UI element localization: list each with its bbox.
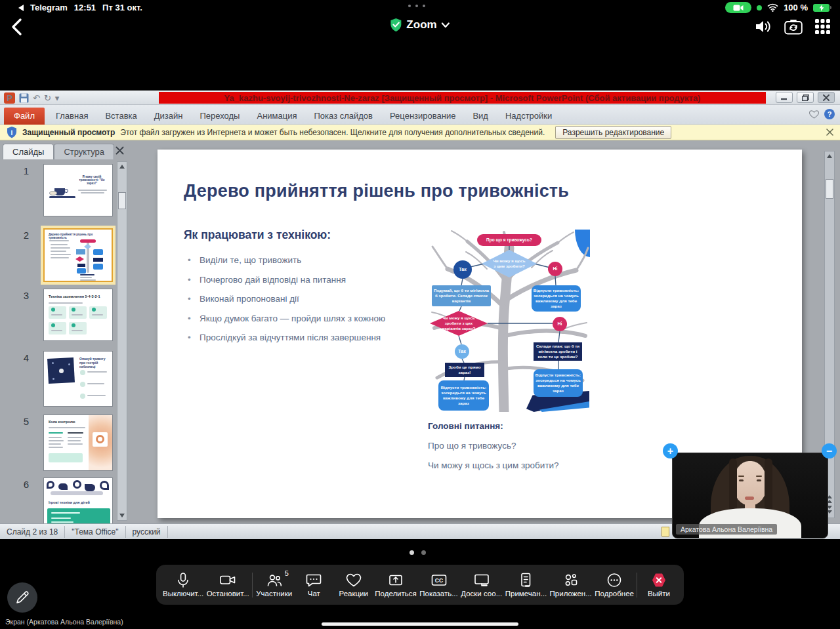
participant-video-tile[interactable]: Аркатова Альона Валеріївна bbox=[672, 453, 828, 538]
scroll-down-icon[interactable] bbox=[119, 514, 125, 517]
save-icon[interactable] bbox=[19, 93, 29, 103]
qat-dropdown-icon[interactable]: ▾ bbox=[55, 92, 60, 104]
reactions-button[interactable]: Реакции bbox=[335, 572, 372, 598]
bullet-item: Виділи те, що тривожить bbox=[185, 251, 421, 270]
ribbon-tab-addins[interactable]: Надстройки bbox=[497, 108, 560, 125]
undo-icon[interactable]: ↶ bbox=[33, 92, 40, 104]
maximize-button[interactable] bbox=[797, 92, 814, 103]
apps-button[interactable]: Приложен... bbox=[550, 572, 592, 598]
back-button[interactable] bbox=[8, 17, 29, 38]
scroll-up-icon[interactable] bbox=[827, 154, 832, 158]
apps-grid-icon[interactable] bbox=[814, 18, 831, 35]
favorites-heart-icon[interactable] bbox=[809, 110, 819, 119]
participants-button[interactable]: 5 Участники bbox=[256, 572, 293, 598]
share-button[interactable]: Поделиться bbox=[375, 572, 417, 598]
slide-thumbnail-2-selected[interactable]: Дерево прийняття рішень про тривожність bbox=[43, 228, 113, 282]
notes-button[interactable]: Примечан... bbox=[505, 572, 547, 598]
slide-thumbnail-6[interactable]: Ігрові техніки для дітей bbox=[43, 477, 113, 523]
portrait-lips bbox=[745, 497, 754, 500]
toolbar-label: Доски соо... bbox=[461, 590, 502, 598]
annotate-button[interactable] bbox=[7, 582, 37, 613]
switch-camera-icon[interactable] bbox=[784, 19, 803, 35]
page-indicator bbox=[410, 550, 426, 555]
mute-button[interactable]: Выключит... bbox=[163, 572, 203, 598]
ribbon-tab-review[interactable]: Рецензирование bbox=[381, 108, 464, 125]
slide-number: 5 bbox=[14, 416, 29, 427]
toolbar-label: Чат bbox=[308, 590, 320, 598]
participant-name-label: Аркатова Альона Валеріївна bbox=[676, 524, 777, 535]
ribbon-tab-slideshow[interactable]: Показ слайдов bbox=[306, 108, 382, 125]
slide-thumbnail-4[interactable]: Опануй тривогу при гострій небезпеці bbox=[43, 351, 113, 407]
captions-button[interactable]: CC Показать... bbox=[419, 572, 457, 598]
tab-slides[interactable]: Слайды bbox=[3, 144, 54, 159]
notes-icon bbox=[517, 572, 534, 588]
camera-active-pill[interactable] bbox=[725, 2, 751, 13]
scroll-up-icon[interactable] bbox=[119, 165, 125, 169]
zoom-toolbar: Выключит... Остановит... 5 Участники Чат… bbox=[156, 565, 684, 605]
whiteboards-button[interactable]: Доски соо... bbox=[461, 572, 502, 598]
quick-access-toolbar: P ↶ ↻ ▾ bbox=[4, 92, 59, 104]
wifi-icon bbox=[767, 3, 778, 12]
tree-yes-2: Так bbox=[455, 344, 469, 359]
slide-counter: Слайд 2 из 18 bbox=[0, 526, 65, 538]
bullet-item: Прослідкуй за відчуттями після завершенн… bbox=[185, 328, 421, 348]
toolbar-divider bbox=[637, 573, 637, 598]
close-panel-icon[interactable] bbox=[116, 146, 124, 157]
back-to-app-label[interactable]: Telegram bbox=[30, 3, 68, 12]
tree-release-left: Відпусти тривожність: зосередься на чому… bbox=[438, 380, 489, 411]
redo-icon[interactable]: ↻ bbox=[44, 92, 51, 104]
ribbon-tab-file[interactable]: Файл bbox=[4, 108, 45, 125]
view-buttons-partial[interactable] bbox=[662, 527, 669, 537]
home-indicator[interactable] bbox=[322, 622, 518, 626]
speaker-icon[interactable] bbox=[755, 18, 772, 35]
chat-button[interactable]: Чат bbox=[295, 572, 332, 598]
panel-scrollbar[interactable] bbox=[117, 161, 127, 521]
question-1: Про що я тривожусь? bbox=[428, 441, 516, 451]
window-title: Ya_kazhu-svoyij-trivozhnosti-Ne-zaraz [З… bbox=[159, 92, 766, 104]
whiteboard-icon bbox=[473, 572, 490, 588]
participants-count-badge: 5 bbox=[285, 569, 289, 577]
zoom-out-button[interactable]: − bbox=[822, 443, 837, 458]
portrait-eye bbox=[739, 479, 744, 481]
ribbon-tab-animations[interactable]: Анимация bbox=[248, 108, 305, 125]
ribbon-tab-view[interactable]: Вид bbox=[464, 108, 497, 125]
tree-release-right-2: Відпусти тривожність: зосередься на чому… bbox=[534, 369, 583, 397]
language-indicator[interactable]: русский bbox=[126, 526, 168, 538]
video-camera-icon bbox=[219, 572, 236, 588]
stop-video-button[interactable]: Остановит... bbox=[207, 572, 249, 598]
toolbar-label: Показать... bbox=[419, 590, 457, 598]
help-icon[interactable]: ? bbox=[824, 109, 835, 119]
page-dot bbox=[421, 550, 426, 555]
zoom-in-button[interactable]: + bbox=[663, 443, 678, 458]
tab-outline[interactable]: Структура bbox=[54, 144, 114, 159]
back-to-app-icon[interactable] bbox=[18, 5, 24, 11]
slide-thumbnail-3[interactable]: Техніка заземлення 5-4-3-2-1 bbox=[43, 289, 113, 341]
scrollbar-thumb[interactable] bbox=[118, 192, 126, 209]
slide-title: Дерево прийняття рішень про тривожність bbox=[184, 181, 569, 201]
close-button[interactable] bbox=[818, 92, 835, 103]
toolbar-label: Примечан... bbox=[505, 590, 547, 598]
toolbar-label: Остановит... bbox=[207, 590, 249, 598]
meeting-title-menu[interactable]: Zoom bbox=[390, 18, 450, 31]
theme-name[interactable]: "Тема Office" bbox=[65, 526, 125, 538]
leave-button[interactable]: Выйти bbox=[640, 572, 677, 598]
ribbon-tab-home[interactable]: Главная bbox=[47, 108, 96, 125]
enable-editing-button[interactable]: Разрешить редактирование bbox=[555, 126, 671, 139]
decision-tree-diagram: Про що я тривожусь? Чи можу я щось з цим… bbox=[428, 230, 589, 412]
toolbar-label: Выключит... bbox=[163, 590, 203, 598]
ribbon-tab-insert[interactable]: Вставка bbox=[96, 108, 145, 125]
slide-thumbnail-1[interactable]: Я кажу своїй тривожності: "Не зараз!" bbox=[43, 164, 113, 216]
slide-number: 2 bbox=[14, 230, 29, 241]
more-button[interactable]: Подробнее bbox=[595, 572, 634, 598]
ribbon-tab-transitions[interactable]: Переходы bbox=[191, 108, 248, 125]
toolbar-label: Реакции bbox=[339, 590, 368, 598]
ribbon-tab-design[interactable]: Дизайн bbox=[146, 108, 192, 125]
dismiss-bar-icon[interactable] bbox=[826, 127, 833, 138]
minimize-button[interactable] bbox=[776, 92, 793, 103]
security-shield-icon bbox=[390, 18, 402, 31]
scrollbar-thumb[interactable] bbox=[826, 179, 833, 199]
tree-plan-node: Склади план: що б ти міг/могла зробити і… bbox=[534, 342, 582, 361]
slide-thumbnail-5[interactable]: Кола контролю bbox=[43, 415, 113, 471]
powerpoint-logo-icon[interactable]: P bbox=[4, 92, 15, 104]
toolbar-label: Подробнее bbox=[595, 590, 634, 598]
